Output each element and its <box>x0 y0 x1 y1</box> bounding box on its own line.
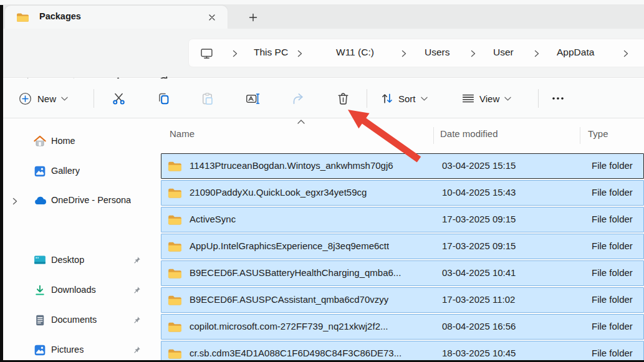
new-button[interactable]: New <box>12 87 74 110</box>
sidebar-item-label: Downloads <box>51 285 96 295</box>
chevron-right-icon[interactable] <box>623 50 628 57</box>
share-button[interactable] <box>286 87 308 110</box>
sidebar-item-onedrive[interactable]: OneDrive - Persona <box>3 190 156 211</box>
file-name: B9ECED6F.ASUSPCAssistant_qmba6cd70vzyy <box>190 294 388 305</box>
pin-icon <box>132 286 141 295</box>
folder-icon <box>168 267 182 279</box>
gallery-icon <box>34 165 46 178</box>
cut-icon <box>112 92 125 105</box>
sidebar-item-home[interactable]: Home <box>3 131 156 152</box>
folder-icon <box>16 12 29 22</box>
paste-icon <box>201 92 214 105</box>
chevron-right-icon[interactable] <box>534 50 539 57</box>
file-row[interactable]: 21090PaddyXu.QuickLook_egxr34yet59cg 10-… <box>161 180 644 206</box>
chevron-right-icon[interactable] <box>471 50 476 57</box>
chevron-right-icon[interactable] <box>297 50 302 57</box>
breadcrumb-this-pc[interactable]: This PC <box>254 47 288 58</box>
file-row[interactable]: ActiveSync 17-03-2025 09:15 File folder <box>161 207 644 232</box>
folder-icon <box>168 294 182 306</box>
new-tab-button[interactable] <box>244 9 262 26</box>
window-left-edge <box>0 5 3 362</box>
breadcrumb-drive[interactable]: W11 (C:) <box>336 47 374 58</box>
this-pc-icon <box>200 47 213 59</box>
sidebar-item-gallery[interactable]: Gallery <box>3 161 156 182</box>
delete-button[interactable] <box>332 87 354 110</box>
column-header-date-modified[interactable]: Date modified <box>440 128 498 139</box>
file-type: File folder <box>592 294 633 305</box>
file-row[interactable]: B9ECED6F.ASUSPCAssistant_qmba6cd70vzyy 1… <box>161 287 644 313</box>
command-bar: New Sort View <box>3 79 644 118</box>
breadcrumb-users[interactable]: Users <box>425 47 449 58</box>
file-date: 17-03-2025 11:02 <box>442 294 515 305</box>
chevron-right-icon[interactable] <box>233 50 238 57</box>
view-icon <box>462 92 474 105</box>
sidebar-item-label: Desktop <box>51 255 84 265</box>
sidebar-item-pictures[interactable]: Pictures <box>3 340 156 361</box>
file-type: File folder <box>592 241 633 251</box>
copy-button[interactable] <box>151 87 174 110</box>
tab-packages[interactable]: Packages <box>5 6 228 29</box>
file-row[interactable]: B9ECED6F.ASUSBatteryHealthCharging_qmba6… <box>161 260 644 286</box>
file-name: ActiveSync <box>190 214 236 224</box>
file-name: cr.sb.cdm3E4D1A088C1F6D498C84F3C86DE73..… <box>190 348 401 358</box>
rename-button[interactable] <box>241 87 264 110</box>
file-name: 21090PaddyXu.QuickLook_egxr34yet59cg <box>190 187 367 198</box>
column-header-type[interactable]: Type <box>588 128 608 139</box>
view-button[interactable]: View <box>456 87 517 110</box>
paste-button[interactable] <box>196 87 218 110</box>
column-separator[interactable] <box>580 127 580 144</box>
pictures-icon <box>34 344 46 356</box>
copy-icon <box>156 92 170 105</box>
home-icon <box>34 135 46 147</box>
file-type: File folder <box>592 348 633 358</box>
file-type: File folder <box>592 214 633 224</box>
file-row[interactable]: copilot.microsoft.com-272FF739_nq21xkwj2… <box>161 314 644 340</box>
column-separator[interactable] <box>433 127 434 144</box>
file-row[interactable]: AppUp.IntelGraphicsExperience_8j3eq9eme6… <box>161 234 644 259</box>
sidebar-item-documents[interactable]: Documents <box>3 310 156 331</box>
list-header: Name Date modified Type <box>161 120 644 151</box>
tab-bar: Packages <box>0 0 644 29</box>
file-row[interactable]: cr.sb.cdm3E4D1A088C1F6D498C84F3C86DE73..… <box>161 341 644 362</box>
chevron-down-icon <box>504 97 511 101</box>
folder-icon <box>168 187 182 199</box>
folder-icon <box>168 321 182 333</box>
file-date: 10-04-2025 15:43 <box>442 187 516 198</box>
tab-close-button[interactable] <box>204 10 219 25</box>
chevron-down-icon <box>421 97 428 101</box>
toolbar-separator <box>538 89 539 108</box>
column-header-name[interactable]: Name <box>170 128 195 139</box>
sidebar-item-downloads[interactable]: Downloads <box>3 280 156 301</box>
breadcrumb-appdata[interactable]: AppData <box>557 47 594 58</box>
file-name: copilot.microsoft.com-272FF739_nq21xkwj2… <box>190 321 388 331</box>
view-button-label: View <box>479 93 499 104</box>
pin-icon <box>132 346 141 355</box>
file-date: 08-04-2025 16:56 <box>442 321 516 331</box>
chevron-right-icon[interactable] <box>401 50 406 57</box>
new-plus-circle-icon <box>18 92 32 106</box>
plus-icon <box>249 13 257 22</box>
pin-icon <box>132 256 141 265</box>
sidebar-item-desktop[interactable]: Desktop <box>3 250 156 271</box>
folder-icon <box>168 160 182 172</box>
onedrive-cloud-icon <box>34 196 47 205</box>
chevron-down-icon <box>61 97 68 101</box>
cut-button[interactable] <box>107 87 130 110</box>
sort-button[interactable]: Sort <box>375 87 434 110</box>
breadcrumb-user[interactable]: User <box>493 47 514 58</box>
file-name: 11413PtruceanBogdan.Wintoys_ankwhmsh70gj… <box>190 160 393 171</box>
new-button-label: New <box>37 93 56 104</box>
file-date: 03-04-2025 10:41 <box>442 267 516 278</box>
file-row[interactable]: 11413PtruceanBogdan.Wintoys_ankwhmsh70gj… <box>161 153 644 179</box>
file-name: B9ECED6F.ASUSBatteryHealthCharging_qmba6… <box>190 267 401 278</box>
sort-button-label: Sort <box>398 93 416 104</box>
file-date: 17-03-2025 09:15 <box>442 241 516 251</box>
chevron-right-icon[interactable] <box>12 198 17 205</box>
address-bar[interactable]: This PC W11 (C:) Users User AppData <box>188 39 644 67</box>
file-explorer-window: Packages This PC W11 (C:) <box>0 0 644 362</box>
window-top-edge <box>0 0 644 4</box>
file-type: File folder <box>592 267 633 278</box>
sidebar-item-label: Documents <box>51 315 97 325</box>
more-options-button[interactable] <box>547 87 569 110</box>
rename-icon <box>246 92 260 105</box>
